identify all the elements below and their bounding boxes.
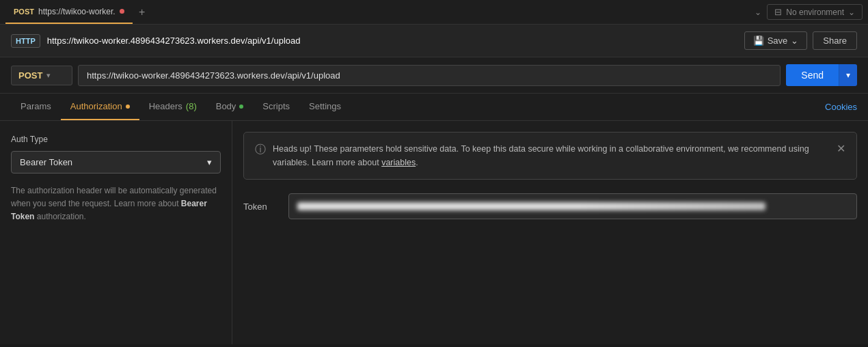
send-button-group: Send ▾ [786, 64, 857, 86]
request-bar: POST ▾ https://twikoo-worker.48964342736… [0, 57, 868, 94]
url-input[interactable]: https://twikoo-worker.4896434273623.work… [78, 65, 781, 86]
token-label: Token [243, 202, 277, 212]
left-panel: Auth Type Bearer Token ▾ The authorizati… [0, 121, 232, 344]
http-badge: HTTP [11, 34, 40, 48]
tab-params[interactable]: Params [11, 94, 61, 120]
tab-params-label: Params [21, 101, 51, 111]
tab-headers[interactable]: Headers (8) [139, 94, 206, 120]
add-tab-button[interactable]: + [133, 3, 152, 22]
share-button[interactable]: Share [813, 31, 857, 50]
auth-type-select[interactable]: Bearer Token ▾ [11, 151, 221, 174]
info-banner-text: Heads up! These parameters hold sensitiv… [273, 142, 830, 169]
method-selector[interactable]: POST ▾ [11, 66, 72, 85]
url-bar-row: HTTP https://twikoo-worker.4896434273623… [0, 25, 868, 57]
tab-body[interactable]: Body [206, 94, 254, 120]
close-banner-button[interactable]: ✕ [837, 142, 845, 155]
env-chevron-icon: ⌄ [848, 8, 855, 17]
info-icon: ⓘ [255, 143, 266, 157]
tab-authorization-label: Authorization [70, 101, 122, 111]
tab-bar: POST https://twikoo-worker. + ⌄ ⊟ No env… [0, 0, 868, 25]
tab-scripts[interactable]: Scripts [253, 94, 299, 120]
authorization-dot-icon [126, 105, 130, 109]
tab-scripts-label: Scripts [262, 101, 290, 111]
request-tab[interactable]: POST https://twikoo-worker. [5, 0, 133, 24]
save-icon: 💾 [753, 36, 764, 46]
body-dot-icon [239, 105, 243, 109]
tab-authorization[interactable]: Authorization [61, 94, 139, 120]
token-row: Token [243, 193, 857, 219]
tabs-row: Params Authorization Headers (8) Body Sc… [0, 94, 868, 121]
chevron-icon[interactable]: ⌄ [755, 8, 761, 17]
auth-type-label: Auth Type [11, 135, 221, 144]
auth-description: The authorization header will be automat… [11, 184, 221, 224]
url-text: https://twikoo-worker.4896434273623.work… [47, 36, 301, 46]
info-banner: ⓘ Heads up! These parameters hold sensit… [243, 132, 857, 180]
save-button[interactable]: 💾 Save ⌄ [744, 31, 808, 50]
no-env-icon: ⊟ [774, 7, 782, 17]
token-blur-line [297, 202, 765, 210]
send-dropdown-button[interactable]: ▾ [839, 64, 857, 86]
main-content: Auth Type Bearer Token ▾ The authorizati… [0, 121, 868, 344]
save-chevron-icon: ⌄ [791, 36, 798, 46]
save-label: Save [768, 36, 788, 46]
tab-settings[interactable]: Settings [299, 94, 351, 120]
cookies-link[interactable]: Cookies [825, 102, 857, 112]
environment-label: No environment [786, 8, 844, 17]
url-input-text: https://twikoo-worker.4896434273623.work… [87, 70, 340, 81]
tab-headers-label: Headers [149, 101, 182, 111]
post-method-indicator: POST [14, 8, 34, 16]
method-chevron-icon: ▾ [46, 71, 51, 80]
tab-dot [120, 9, 124, 14]
headers-badge: (8) [186, 101, 197, 111]
auth-type-value: Bearer Token [20, 157, 72, 167]
url-display: https://twikoo-worker.4896434273623.work… [47, 36, 737, 46]
send-button[interactable]: Send [786, 64, 839, 86]
url-bar-actions: 💾 Save ⌄ Share [744, 31, 857, 50]
token-input[interactable] [288, 193, 857, 219]
variables-link[interactable]: variables [381, 158, 416, 167]
tab-body-label: Body [216, 101, 236, 111]
auth-type-chevron-icon: ▾ [207, 157, 212, 167]
token-masked-value [297, 199, 848, 213]
tab-settings-label: Settings [309, 101, 341, 111]
right-panel: ⓘ Heads up! These parameters hold sensit… [232, 121, 868, 344]
method-label: POST [18, 70, 42, 81]
tab-bar-right: ⌄ ⊟ No environment ⌄ [755, 4, 863, 20]
tab-url-label: https://twikoo-worker. [38, 7, 116, 16]
environment-selector[interactable]: ⊟ No environment ⌄ [767, 4, 863, 20]
